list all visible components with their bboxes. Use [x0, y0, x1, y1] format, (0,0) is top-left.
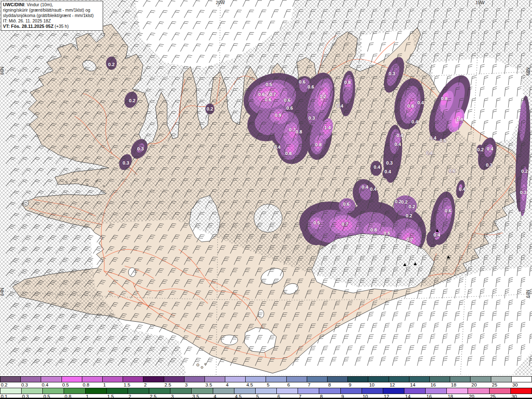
colorbar-cell	[425, 388, 446, 394]
colorbar-tick-label: 3	[185, 382, 187, 387]
precip-value-label: 0.7	[406, 237, 413, 242]
colorbar-tick-label: 10	[369, 382, 374, 387]
colorbar-cell	[62, 376, 82, 382]
precip-value-label: 0.4	[433, 232, 441, 237]
colorbar-cell	[20, 376, 41, 382]
colorbar-snow	[0, 376, 532, 382]
precip-value-label: 1.2	[320, 94, 326, 99]
colorbar-tick-label: 0.2	[1, 382, 7, 387]
precip-value-label: 0.2	[521, 169, 528, 174]
precip-value-label: 0.2	[477, 147, 484, 152]
precip-value-label: 0.2	[409, 204, 415, 209]
precip-value-label: 0.4	[426, 150, 433, 155]
colorbar-cell	[143, 376, 163, 382]
colorbar-cell	[213, 388, 234, 394]
precip-value-label: 0.4	[370, 187, 377, 192]
precip-value-label: 0.2	[207, 106, 213, 111]
precip-value-label: 0.3	[137, 146, 144, 151]
colorbar-snow-labels: 0.20.30.40.50.811.522.533.544.5567891012…	[0, 382, 532, 388]
colorbar-cell	[82, 376, 102, 382]
colorbar-cell	[298, 388, 319, 394]
precip-value-label: 0.8	[344, 80, 351, 85]
colorbar-tick-label: 25	[492, 382, 498, 387]
colorbar-cell	[102, 376, 123, 382]
product-name: UWC/DINI	[3, 2, 24, 7]
colorbar-cell	[404, 388, 425, 394]
precip-value-label: 0.4	[374, 165, 381, 170]
colorbar-tick-label: 12	[389, 382, 395, 387]
precip-value-label: 0.5	[440, 138, 447, 143]
precip-value-label: 0.4	[384, 169, 392, 174]
colorbar-tick-label: 18	[451, 382, 456, 387]
precip-value-label: 0.2	[129, 98, 135, 103]
colorbar-cell	[389, 376, 409, 382]
colorbar-tick-label: 16	[431, 382, 436, 387]
colorbar-tick-label: 4	[226, 382, 229, 387]
precip-value-label: 0.6	[308, 84, 314, 89]
precip-value-label: 0.5	[266, 82, 273, 87]
precip-value-label: 0.8	[441, 96, 448, 101]
colorbar-tick-label: 4.5	[246, 382, 253, 387]
colorbar-tick-label: 0.5	[62, 382, 69, 387]
precip-value-label: 0.2	[395, 199, 401, 204]
colorbar-cell	[21, 388, 42, 394]
precip-value-label: 0.4	[417, 100, 424, 105]
colorbar-tick-label: 9	[349, 382, 351, 387]
precip-value-label: 0.7	[289, 127, 296, 132]
precip-value-label: 0.3	[123, 160, 129, 165]
parallel-label: 64N	[0, 288, 5, 296]
colorbar-cell	[319, 388, 340, 394]
title-line-3: slydda/snjókoma (grátt/bleikt/grænt - mm…	[3, 13, 101, 18]
precip-value-label: 0.7	[342, 222, 348, 227]
precip-value-label: 0.2	[406, 213, 412, 218]
colorbar-cell	[347, 376, 368, 382]
colorbar-tick-label: 0.8	[83, 382, 89, 387]
colorbar-cell	[191, 388, 212, 394]
colorbar-tick-label: 1.5	[123, 382, 130, 387]
colorbar-cell	[286, 376, 307, 382]
colorbar-tick-label: 1	[103, 382, 106, 387]
colorbar-cell	[470, 376, 490, 382]
precip-value-label: 0.9	[275, 113, 281, 118]
precip-value-label: 0.3	[386, 160, 393, 165]
colorbar-cell	[149, 388, 170, 394]
colorbar-tick-label: 8	[328, 382, 331, 387]
colorbar-cell	[0, 376, 20, 382]
colorbar-tick-label: 7	[308, 382, 310, 387]
precip-value-label: 0.6	[284, 98, 291, 103]
precip-value-label: 0.3	[486, 163, 493, 167]
precip-value-label: 0.2	[401, 200, 408, 204]
precip-value-label: 0.6	[299, 79, 305, 84]
colorbar-cell	[255, 388, 276, 394]
precip-value-label: 0.6	[265, 97, 271, 102]
colorbar-cell	[225, 376, 245, 382]
colorbar-cell	[85, 388, 106, 394]
colorbar-cell	[204, 376, 225, 382]
precip-value-label: 0.3	[520, 190, 527, 195]
colorbar-cell	[511, 376, 532, 382]
colorbar-tick-label: 0.4	[42, 382, 48, 387]
parallel-label: 66N	[525, 67, 530, 75]
colorbar-tick-label: 14	[410, 382, 416, 387]
colorbar-cell	[307, 376, 327, 382]
precip-value-label: 0.6	[384, 231, 390, 236]
precip-value-label: 0.4	[459, 187, 466, 192]
colorbars: 0.20.30.40.50.811.522.533.544.5567891012…	[0, 375, 532, 399]
colorbar-cell	[340, 388, 362, 394]
meridian-label: 15W	[475, 0, 485, 5]
colorbar-cell	[409, 376, 429, 382]
precip-value-label: 0.8	[407, 103, 414, 108]
colorbar-cell	[362, 388, 383, 394]
colorbar-cell	[164, 376, 184, 382]
precip-value-label: 1.4	[456, 117, 463, 122]
colorbar-cell	[368, 376, 388, 382]
precip-value-label: 0.8	[285, 151, 292, 156]
meridian-label: 20W	[216, 0, 225, 5]
parallel-label: 66N	[0, 66, 5, 74]
precip-value-label: 0.8	[296, 129, 303, 134]
colorbar-cell	[170, 388, 191, 394]
precip-value-label: 0.3	[389, 71, 395, 76]
precip-value-label: 0.6	[449, 168, 456, 173]
title-box: UWC/DINI: Vindur (10m), rigning/skúrir (…	[1, 1, 103, 31]
colorbar-cell	[42, 388, 64, 394]
